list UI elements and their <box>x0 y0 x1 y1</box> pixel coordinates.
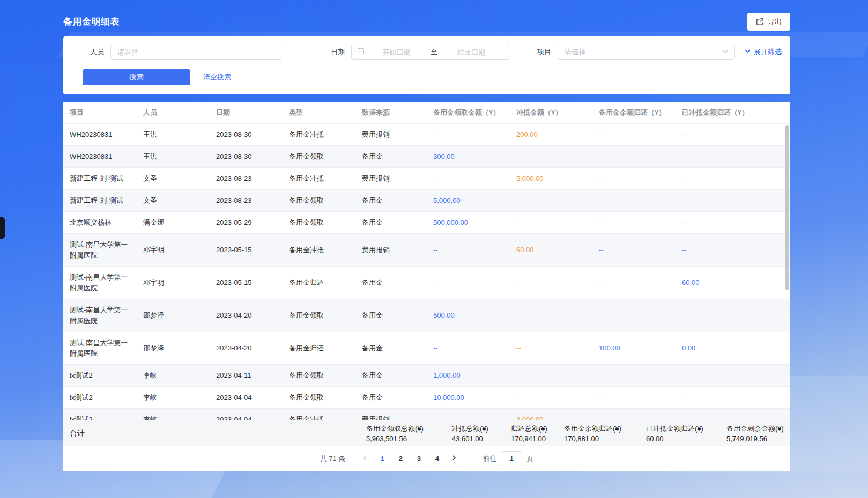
start-date-input[interactable] <box>365 48 428 56</box>
page-number-1[interactable]: 1 <box>374 451 390 466</box>
main-content: 备用金明细表 导出 人员 日期 <box>63 0 790 471</box>
expand-filters-link[interactable]: 展开筛选 <box>744 47 782 57</box>
table-header-row: 项目 人员 日期 类型 数据来源 备用金领取金额（¥） 冲抵金额（¥） 备用金余… <box>63 102 790 124</box>
cell-project: 测试-南昌大学第一附属医院 <box>63 267 137 299</box>
table-row: lx测试2李峡2023-04-04备用金领取备用金10,000.00------ <box>63 387 790 409</box>
cell-type: 备用金归还 <box>283 332 355 365</box>
expand-filters-label: 展开筛选 <box>754 47 782 57</box>
project-filter: 项目 请选择 <box>520 45 735 60</box>
goto-page-input[interactable] <box>501 451 522 466</box>
cell-offset-return: -- <box>676 234 790 267</box>
cell-source: 备用金 <box>355 212 427 234</box>
cell-person: 王洪 <box>137 124 210 146</box>
cell-type: 备用金领取 <box>283 365 355 387</box>
date-range-picker[interactable]: 至 <box>351 45 509 60</box>
drawer-handle[interactable] <box>0 217 5 239</box>
cell-project: lx测试2 <box>63 409 137 420</box>
cell-source: 费用报销 <box>355 124 427 146</box>
cell-received: -- <box>427 332 510 365</box>
cell-person: 文圣 <box>137 190 210 212</box>
vertical-scrollbar[interactable] <box>785 125 789 290</box>
cell-balance-return: 100.00 <box>592 332 676 365</box>
summary-item-value: 60.00 <box>646 434 726 443</box>
col-header-received: 备用金领取金额（¥） <box>427 102 510 124</box>
col-header-balance-return: 备用金余额归还（¥） <box>592 102 676 124</box>
cell-received: 500.00 <box>427 299 510 332</box>
cell-source: 备用金 <box>355 332 427 365</box>
cell-type: 备用金冲抵 <box>283 168 355 190</box>
page-title: 备用金明细表 <box>63 16 120 28</box>
summary-item-value: 5,749,019.56 <box>726 434 790 443</box>
cell-balance-return: -- <box>592 299 676 332</box>
summary-item: 备用金余额归还(¥) 170,881.00 <box>564 424 646 443</box>
cell-received: 5,000.00 <box>427 190 510 212</box>
cell-balance-return: -- <box>592 212 676 234</box>
date-filter: 日期 至 <box>314 45 509 60</box>
summary-item-label: 冲抵总额(¥) <box>452 424 511 433</box>
person-select-input[interactable] <box>110 45 281 60</box>
next-page-button[interactable] <box>446 451 462 466</box>
table-body: WH20230831王洪2023-08-30备用金冲抵费用报销--200.00-… <box>63 124 790 420</box>
summary-item: 归还总额(¥) 170,941.00 <box>511 424 564 443</box>
table-row: WH20230831王洪2023-08-30备用金冲抵费用报销--200.00-… <box>63 124 790 146</box>
cell-offset-return: -- <box>676 212 790 234</box>
cell-offset: -- <box>510 267 592 299</box>
summary-item: 备用金剩余金额(¥) 5,749,019.56 <box>726 424 790 443</box>
cell-source: 费用报销 <box>355 409 427 420</box>
cell-source: 备用金 <box>355 299 427 332</box>
cell-person: 王洪 <box>137 146 210 168</box>
summary-item-value: 170,941.00 <box>511 434 564 443</box>
search-button[interactable]: 搜索 <box>83 69 190 85</box>
cell-source: 备用金 <box>355 365 427 387</box>
page-number-2[interactable]: 2 <box>392 451 409 466</box>
project-select[interactable]: 请选择 <box>558 45 735 60</box>
clear-search-link[interactable]: 清空搜索 <box>203 72 231 82</box>
export-button[interactable]: 导出 <box>747 13 790 31</box>
chevron-right-icon <box>451 455 457 463</box>
table-scroll-area: 项目 人员 日期 类型 数据来源 备用金领取金额（¥） 冲抵金额（¥） 备用金余… <box>63 102 790 420</box>
cell-received: -- <box>427 234 510 267</box>
cell-project: lx测试2 <box>63 387 137 409</box>
cell-balance-return: -- <box>592 168 676 190</box>
col-header-person: 人员 <box>137 102 210 124</box>
cell-date: 2023-04-04 <box>210 387 283 409</box>
page-number-3[interactable]: 3 <box>411 451 427 466</box>
cell-date: 2023-04-20 <box>210 332 283 365</box>
prev-page-button[interactable] <box>357 451 373 466</box>
cell-project: 测试-南昌大学第一附属医院 <box>63 234 137 267</box>
cell-type: 备用金领取 <box>283 299 355 332</box>
table-row: 测试-南昌大学第一附属医院邓宇明2023-05-15备用金冲抵费用报销--60.… <box>63 234 790 267</box>
cell-date: 2023-05-15 <box>210 267 283 299</box>
cell-offset-return: -- <box>676 146 790 168</box>
cell-offset: -- <box>510 365 592 387</box>
cell-offset: -- <box>510 387 592 409</box>
table-row: 新建工程-刘-测试文圣2023-08-23备用金领取备用金5,000.00---… <box>63 190 790 212</box>
cell-person: 邵梦泽 <box>137 299 210 332</box>
cell-offset: -- <box>510 332 592 365</box>
cell-balance-return: -- <box>592 409 676 420</box>
cell-offset-return: -- <box>676 365 790 387</box>
cell-balance-return: -- <box>592 146 676 168</box>
cell-type: 备用金领取 <box>283 387 355 409</box>
cell-offset-return: -- <box>676 387 790 409</box>
cell-offset-return: -- <box>676 190 790 212</box>
person-filter-label: 人员 <box>73 47 104 57</box>
cell-offset-return: -- <box>676 409 790 420</box>
cell-person: 满金娜 <box>137 212 210 234</box>
table-row: 北京顺义杨林满金娜2023-05-29备用金领取备用金500,000.00---… <box>63 212 790 234</box>
cell-offset-return: 60.00 <box>676 267 790 299</box>
goto-label: 前往 <box>483 454 496 464</box>
cell-received: 1,000.00 <box>427 365 510 387</box>
cell-received: -- <box>427 124 510 146</box>
table-row: 测试-南昌大学第一附属医院邵梦泽2023-04-20备用金领取备用金500.00… <box>63 299 790 332</box>
cell-source: 费用报销 <box>355 168 427 190</box>
table-row: 测试-南昌大学第一附属医院邵梦泽2023-04-20备用金归还备用金----10… <box>63 332 790 365</box>
cell-source: 备用金 <box>355 387 427 409</box>
cell-person: 李峡 <box>137 387 210 409</box>
cell-received: -- <box>427 409 510 420</box>
table-row: lx测试2李峡2023-04-04备用金冲抵费用报销--3,000.00---- <box>63 409 790 420</box>
col-header-offset: 冲抵金额（¥） <box>510 102 592 124</box>
pagination: 共 71 条 1 2 3 4 前往 页 <box>63 446 790 471</box>
page-number-4[interactable]: 4 <box>429 451 445 466</box>
end-date-input[interactable] <box>440 48 503 56</box>
